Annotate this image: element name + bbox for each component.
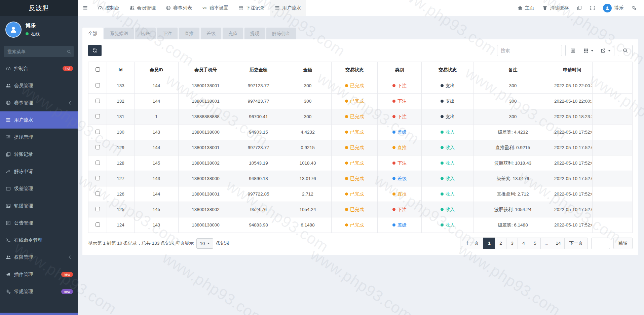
search-button[interactable] (618, 45, 633, 56)
id-cell: 133 (107, 78, 135, 94)
tab-3[interactable]: 下注 (157, 28, 178, 39)
row-checkbox[interactable] (96, 176, 100, 180)
page-jump-input[interactable] (591, 238, 610, 249)
sidebar-item-unfreeze-apply[interactable]: 解冻申请 (0, 163, 78, 180)
nav-item-label: 赔率设置 (210, 5, 228, 11)
sidebar-item-notice-admin[interactable]: 公告管理 (0, 214, 78, 232)
nav-item-console[interactable]: 控制台 (93, 0, 124, 16)
prev-page-button[interactable]: 上一页 (460, 238, 484, 249)
table-search-input[interactable] (497, 45, 562, 56)
member-id-cell: 1 (135, 109, 179, 125)
sidebar-item-general-admin[interactable]: 常规管理new (0, 283, 78, 300)
page-button-5[interactable]: 5 (529, 238, 541, 249)
tab-5[interactable]: 差级 (201, 28, 221, 39)
member-id-cell: 143 (135, 171, 179, 186)
trade-status-cell: 已完成 (332, 140, 378, 155)
amount-cell: 300 (284, 109, 332, 125)
refresh-button[interactable] (88, 45, 102, 56)
avatar[interactable] (5, 22, 22, 38)
id-cell: 130 (107, 125, 135, 140)
sidebar-item-members[interactable]: 会员管理 (0, 77, 78, 94)
row-checkbox[interactable] (96, 145, 100, 149)
select-all-cell (88, 62, 107, 78)
tab-7[interactable]: 提现 (244, 28, 265, 39)
nav-item-matches[interactable]: 赛事列表 (161, 0, 197, 16)
sidebar-item-match-admin[interactable]: 赛事管理 (0, 94, 78, 111)
category-cell: 直推 (378, 140, 422, 155)
status-label: 已完成 (350, 191, 364, 197)
sidebar-item-plugin-admin[interactable]: 插件管理new (0, 266, 78, 283)
history-amount-cell: 997423.77 (233, 94, 284, 109)
table-toolbar (88, 45, 633, 56)
tab-0[interactable]: 全部 (82, 28, 103, 39)
status-dot-icon (345, 146, 348, 149)
sidebar-item-label: 在线命令管理 (14, 237, 42, 243)
nav-right-copy[interactable] (573, 0, 586, 16)
sidebar-item-permission-admin[interactable]: 权限管理 (0, 249, 78, 266)
sidebar-item-console[interactable]: 控制台hot (0, 60, 78, 77)
trade-status-cell: 已完成 (332, 109, 378, 125)
pagination: 显示第 1 到第 10 条记录，总共 133 条记录 每页显示 10 条记录 上… (88, 238, 633, 249)
status-dot-icon (441, 208, 444, 211)
page-button-3[interactable]: 3 (506, 238, 518, 249)
row-checkbox[interactable] (96, 207, 100, 211)
page-button-4[interactable]: 4 (518, 238, 529, 249)
row-checkbox[interactable] (96, 161, 100, 165)
category-cell: 差级 (378, 217, 422, 233)
id-cell: 127 (107, 171, 135, 186)
sidebar-item-level-diff-admin[interactable]: 级差管理 (0, 180, 78, 197)
status-label: 支出 (446, 83, 455, 88)
remark-cell: 级差奖: 13.0176 (474, 171, 552, 186)
row-checkbox[interactable] (96, 191, 100, 196)
nav-right-clear-cache[interactable]: 清除缓存 (538, 0, 573, 16)
page-size-select[interactable]: 10 (196, 238, 213, 249)
nav-item-odds[interactable]: 赔率设置 (197, 0, 233, 16)
sidebar-item-online-command[interactable]: 在线命令管理 (0, 232, 78, 249)
nav-right-user[interactable]: 博乐 (599, 0, 628, 16)
page-button-14[interactable]: 14 (552, 238, 564, 249)
category-cell: 下注 (378, 155, 422, 171)
sidebar-item-transfer-records[interactable]: 转账记录 (0, 146, 78, 163)
columns-button[interactable] (580, 45, 597, 56)
sidebar-search-input[interactable] (7, 49, 67, 54)
sidebar-item-withdraw-admin[interactable]: 提现管理 (0, 129, 78, 146)
app-logo[interactable]: 反波胆 (0, 0, 78, 16)
nav-item-members[interactable]: 会员管理 (124, 0, 161, 16)
remark-cell: 波胆获利: 1054.24 (474, 202, 552, 217)
status-dot-icon (441, 193, 444, 196)
row-checkbox[interactable] (96, 99, 100, 103)
tab-1[interactable]: 系统赠送 (104, 28, 134, 39)
page-button-1[interactable]: 1 (483, 238, 495, 249)
gears-icon (6, 289, 11, 294)
nav-right-settings[interactable] (628, 0, 641, 16)
status-dot-icon (345, 100, 348, 103)
tab-2[interactable]: 转账 (135, 28, 156, 39)
row-checkbox[interactable] (96, 222, 100, 227)
page-jump-button[interactable]: 跳转 (613, 238, 633, 249)
time-cell: 2022-05-10 17:52:02 (552, 202, 593, 217)
status-label: 已完成 (350, 99, 364, 104)
select-all-checkbox[interactable] (96, 67, 100, 72)
tab-6[interactable]: 充值 (223, 28, 243, 39)
detail-view-button[interactable] (565, 45, 580, 56)
status-dot-icon (441, 115, 444, 118)
tab-4[interactable]: 直推 (179, 28, 199, 39)
sidebar-item-carousel-admin[interactable]: 轮播管理 (0, 197, 78, 214)
page-button-2[interactable]: 2 (495, 238, 506, 249)
nav-item-bet-records[interactable]: 下注记录 (233, 0, 270, 16)
nav-right-fullscreen[interactable] (586, 0, 599, 16)
nav-item-user-flow[interactable]: 用户流水 (270, 0, 306, 16)
records-table: Id会员ID会员手机号历史金额金额交易状态类别交易状态备注申请时间 133144… (88, 62, 633, 233)
page-button-...: ... (540, 238, 552, 249)
nav-item-menu-toggle[interactable] (78, 0, 93, 16)
export-button[interactable] (597, 45, 614, 56)
nav-right-home[interactable]: 主页 (514, 0, 538, 16)
row-checkbox[interactable] (96, 130, 100, 134)
next-page-button[interactable]: 下一页 (564, 238, 588, 249)
row-select-cell (88, 186, 107, 202)
table-row: 12614413800138001997722.852.712已完成直推收入直推… (88, 186, 633, 202)
row-checkbox[interactable] (96, 83, 100, 88)
sidebar-item-user-flow[interactable]: 用户流水 (0, 111, 78, 129)
row-checkbox[interactable] (96, 114, 100, 118)
tab-8[interactable]: 解冻佣金 (266, 28, 296, 39)
